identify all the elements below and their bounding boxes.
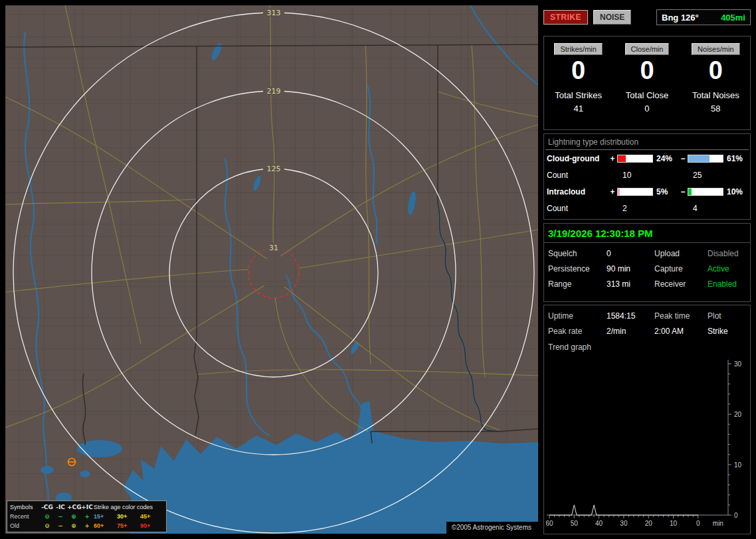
receiver-status: Enabled — [708, 279, 746, 289]
ring-label-125: 125 — [267, 165, 281, 173]
svg-text:0: 0 — [734, 512, 738, 519]
persistence-value: 90 min — [607, 264, 654, 273]
age-75: 75+ — [117, 521, 140, 530]
neg-ic-old-icon: − — [54, 521, 67, 530]
ring-label-219: 219 — [267, 87, 281, 96]
rate-counters-panel: Strikes/min 0 Total Strikes 41 Close/min… — [543, 36, 751, 130]
svg-text:30: 30 — [734, 360, 742, 368]
status-grid: Squelch 0 Upload Disabled Persistence 90… — [544, 243, 750, 289]
uptime-value: 1584:15 — [607, 311, 654, 321]
ic-minus-count: 4 — [688, 204, 723, 213]
ic-minus-bar — [688, 188, 723, 196]
receiver-label: Receiver — [654, 279, 708, 289]
plot-label: Plot — [708, 311, 746, 321]
svg-text:40: 40 — [595, 520, 603, 527]
strikes-per-min-button[interactable]: Strikes/min — [554, 43, 602, 55]
age-60: 60+ — [94, 521, 117, 530]
uptime-label: Uptime — [548, 311, 607, 321]
lake — [77, 440, 122, 457]
legend-age-header: Strike age color codes — [94, 502, 163, 512]
ic-plus-pct: 5% — [653, 187, 678, 196]
svg-text:20: 20 — [734, 411, 742, 418]
peak-time-label: Peak time — [654, 311, 708, 321]
ring-label-31: 31 — [269, 244, 278, 252]
svg-text:min: min — [713, 520, 723, 527]
toolbar: STRIKE NOISE Bng 126° 405mi — [543, 8, 751, 27]
plot-value: Strike — [708, 327, 746, 336]
close-per-min-value: 0 — [613, 55, 681, 86]
plus-sign: + — [608, 154, 617, 163]
svg-text:20: 20 — [645, 520, 653, 527]
noises-per-min-value: 0 — [682, 55, 749, 86]
cg-plus-count: 10 — [617, 171, 653, 180]
svg-text:30: 30 — [620, 520, 628, 527]
total-close-value: 0 — [613, 104, 681, 114]
close-per-min-button[interactable]: Close/min — [625, 43, 670, 55]
map-canvas: 313 219 125 31 — [5, 5, 538, 534]
status-panel: 3/19/2026 12:30:18 PM Squelch 0 Upload D… — [543, 223, 751, 302]
peak-rate-value: 2/min — [607, 327, 654, 336]
total-noises-value: 58 — [682, 104, 749, 114]
peak-rate-label: Peak rate — [548, 327, 607, 336]
upload-status: Disabled — [708, 249, 746, 258]
close-counter: Close/min 0 Total Close 0 — [613, 42, 681, 129]
capture-status: Active — [708, 264, 746, 273]
cg-minus-bar-fill — [688, 155, 709, 162]
intracloud-count-row: Count 2 4 — [544, 200, 750, 216]
ring-label-313: 313 — [267, 9, 281, 17]
stats-grid: Uptime 1584:15 Peak time Plot Peak rate … — [544, 305, 750, 336]
intracloud-row: Intracloud + 5% − 10% — [544, 183, 750, 200]
legend-col-pos-cg: +CG — [67, 502, 80, 512]
bearing-distance-box: Bng 126° 405mi — [656, 9, 751, 25]
plus-sign: + — [608, 187, 617, 196]
pos-cg-recent-icon: ⊕ — [67, 512, 80, 521]
cloud-ground-count-row: Count 10 25 — [544, 167, 750, 183]
squelch-value: 0 — [607, 249, 654, 258]
svg-text:0: 0 — [696, 520, 700, 527]
pos-cg-old-icon: ⊕ — [67, 521, 80, 530]
copyright-text: ©2005 Astrogenic Systems — [446, 522, 538, 534]
noises-counter: Noises/min 0 Total Noises 58 — [682, 42, 749, 129]
cg-plus-bar — [617, 155, 653, 163]
strikes-counter: Strikes/min 0 Total Strikes 41 — [545, 42, 613, 129]
ic-plus-bar — [617, 188, 653, 196]
cg-minus-bar — [688, 155, 723, 163]
legend-recent-label: Recent — [10, 512, 41, 521]
pos-ic-recent-icon: + — [80, 512, 94, 521]
strikes-per-min-value: 0 — [545, 55, 613, 86]
upload-label: Upload — [654, 249, 708, 258]
legend-old-label: Old — [10, 521, 41, 530]
trend-chart: 30201006050403020100min — [544, 356, 750, 530]
minus-sign: − — [678, 154, 688, 163]
strike-indicator-button[interactable]: STRIKE — [543, 10, 588, 25]
age-90: 90+ — [140, 521, 163, 530]
distance-value: 405mi — [721, 13, 745, 23]
distribution-title: Lightning type distribution — [545, 134, 749, 150]
bearing-value: Bng 126° — [662, 13, 699, 23]
app-window: 313 219 125 31 Symbols -CG -IC +CG +IC S… — [0, 0, 756, 539]
persistence-label: Persistence — [548, 264, 607, 273]
cg-plus-pct: 24% — [653, 154, 678, 163]
svg-text:50: 50 — [571, 520, 579, 527]
age-30: 30+ — [117, 512, 140, 521]
age-45: 45+ — [140, 512, 163, 521]
map-legend: Symbols -CG -IC +CG +IC Strike age color… — [7, 501, 167, 532]
legend-col-neg-cg: -CG — [41, 502, 54, 512]
cg-plus-bar-fill — [618, 155, 626, 162]
neg-ic-recent-icon: − — [54, 512, 67, 521]
noises-per-min-button[interactable]: Noises/min — [692, 43, 739, 55]
neg-cg-old-icon: ⊖ — [41, 521, 54, 530]
cg-minus-count: 25 — [688, 171, 723, 180]
svg-text:10: 10 — [734, 461, 742, 469]
cloud-ground-label: Cloud-ground — [547, 154, 608, 163]
legend-col-neg-ic: -IC — [54, 502, 67, 512]
noise-indicator-button[interactable]: NOISE — [593, 10, 631, 25]
svg-text:60: 60 — [545, 520, 553, 527]
radar-map[interactable]: 313 219 125 31 Symbols -CG -IC +CG +IC S… — [5, 5, 538, 534]
lightning-distribution-panel: Lightning type distribution Cloud-ground… — [543, 133, 751, 220]
ic-count-label: Count — [547, 204, 608, 213]
trend-graph-window: 60 min — [607, 343, 746, 352]
datetime-display: 3/19/2026 12:30:18 PM — [544, 224, 750, 243]
ic-plus-count: 2 — [617, 204, 653, 213]
total-strikes-label: Total Strikes — [545, 90, 613, 100]
